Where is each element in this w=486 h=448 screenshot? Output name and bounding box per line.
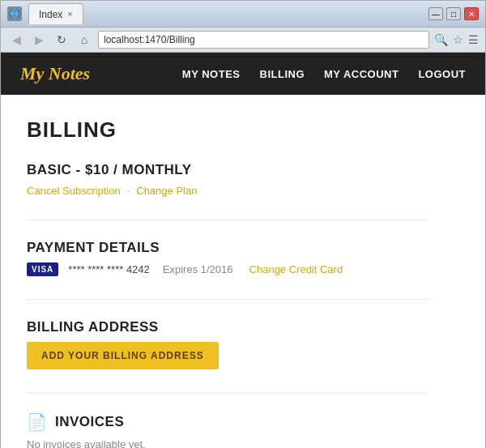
navbar: My Notes MY NOTES BILLING MY ACCOUNT LOG… [1,53,485,95]
billing-address-title: BILLING ADDRESS [27,319,428,335]
subscription-links: Cancel Subscription · Change Plan [27,185,428,197]
link-separator: · [127,185,130,197]
browser-window: Index × — □ ✕ ◀ ▶ ↻ ⌂ 🔍 ☆ ☰ My Notes MY … [0,0,486,448]
invoices-section: 📄 INVOICES No invoices available yet. [27,412,428,448]
browser-icon [7,6,22,21]
tab-close-button[interactable]: × [67,10,72,19]
billing-address-section: BILLING ADDRESS ADD YOUR BILLING ADDRESS [27,319,428,369]
divider-2 [27,299,428,300]
plan-section: BASIC - $10 / MONTHLY Cancel Subscriptio… [27,162,428,197]
payment-section: PAYMENT DETAILS VISA **** **** **** 4242… [27,240,428,276]
main-content: BILLING BASIC - $10 / MONTHLY Cancel Sub… [1,95,454,448]
maximize-button[interactable]: □ [446,7,461,20]
home-button[interactable]: ⌂ [75,31,93,49]
change-plan-link[interactable]: Change Plan [136,185,197,197]
nav-logo[interactable]: My Notes [20,63,182,84]
page-title: BILLING [27,117,428,143]
back-button[interactable]: ◀ [7,31,25,49]
card-number: **** **** **** 4242 [68,263,149,275]
search-icon: 🔍 [434,33,448,46]
tab-title: Index [39,9,62,20]
minimize-button[interactable]: — [428,7,443,20]
nav-links: MY NOTES BILLING MY ACCOUNT LOGOUT [182,68,466,80]
no-invoices-message: No invoices available yet. [27,438,428,448]
invoices-title-row: 📄 INVOICES [27,412,428,432]
window-controls: — □ ✕ [428,7,479,20]
tab-bar: Index × [28,3,425,24]
nav-link-myaccount[interactable]: MY ACCOUNT [324,68,399,80]
add-billing-address-button[interactable]: ADD YOUR BILLING ADDRESS [27,342,219,369]
divider-1 [27,220,428,220]
payment-row: VISA **** **** **** 4242 Expires 1/2016 … [27,262,428,276]
plan-title: BASIC - $10 / MONTHLY [27,162,428,178]
visa-badge: VISA [27,262,58,276]
nav-link-billing[interactable]: BILLING [260,68,305,80]
menu-icon[interactable]: ☰ [468,33,479,46]
title-bar: Index × — □ ✕ [1,1,485,27]
close-button[interactable]: ✕ [464,7,479,20]
expiry-date: Expires 1/2016 [163,263,233,275]
bookmark-icon: ☆ [453,33,463,46]
address-bar: ◀ ▶ ↻ ⌂ 🔍 ☆ ☰ [1,27,485,53]
change-credit-card-link[interactable]: Change Credit Card [249,263,343,275]
forward-button[interactable]: ▶ [30,31,48,49]
cancel-subscription-link[interactable]: Cancel Subscription [27,185,121,197]
divider-3 [27,392,428,393]
page-content: My Notes MY NOTES BILLING MY ACCOUNT LOG… [1,53,485,448]
nav-link-logout[interactable]: LOGOUT [418,68,466,80]
address-input[interactable] [98,31,429,49]
refresh-button[interactable]: ↻ [53,31,70,49]
browser-tab[interactable]: Index × [28,3,83,24]
invoices-title: INVOICES [55,414,124,430]
document-icon: 📄 [27,412,47,432]
nav-link-mynotes[interactable]: MY NOTES [182,68,241,80]
payment-title: PAYMENT DETAILS [27,240,428,256]
